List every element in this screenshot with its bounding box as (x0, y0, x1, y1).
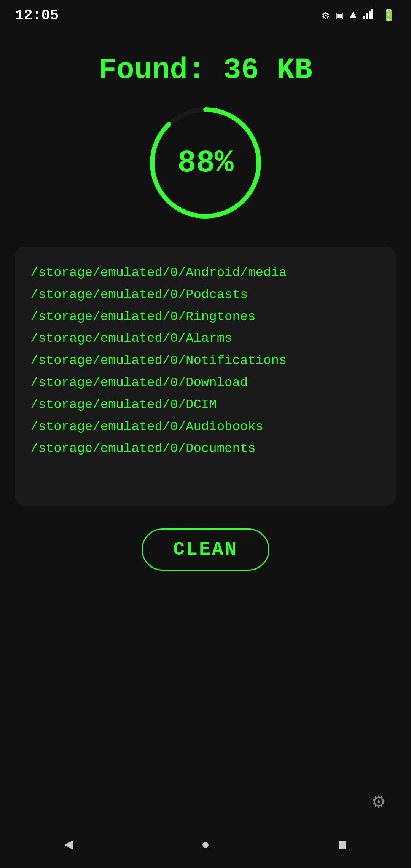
main-content: Found: 36 KB 88% /storage/emulated/0/And… (0, 30, 411, 586)
svg-rect-2 (369, 11, 371, 19)
nav-bar: ◄ ● ■ (0, 822, 411, 868)
svg-rect-1 (366, 13, 368, 19)
back-button[interactable]: ◄ (64, 837, 73, 854)
status-icons: ⚙ ▣ ▲ 🔋 (322, 8, 396, 23)
recents-button[interactable]: ■ (338, 837, 347, 854)
signal-icon (363, 8, 375, 23)
clean-button[interactable]: CLEAN (142, 528, 269, 571)
status-time: 12:05 (15, 7, 59, 24)
found-text: Found: 36 KB (99, 53, 312, 87)
settings-gear-icon: ⚙ (373, 789, 385, 814)
progress-circle: 88% (145, 102, 266, 224)
svg-rect-3 (371, 9, 373, 19)
percentage-text: 88% (177, 145, 234, 181)
file-paths-text: /storage/emulated/0/Android/media /stora… (30, 262, 381, 460)
file-list-box: /storage/emulated/0/Android/media /stora… (15, 247, 396, 506)
battery-icon: 🔋 (382, 8, 396, 22)
home-button[interactable]: ● (201, 838, 210, 853)
settings-button[interactable]: ⚙ (365, 788, 392, 815)
wifi-icon: ▲ (350, 9, 357, 22)
sim-icon: ▣ (336, 8, 343, 22)
svg-rect-0 (363, 16, 365, 19)
settings-status-icon: ⚙ (322, 8, 329, 22)
status-bar: 12:05 ⚙ ▣ ▲ 🔋 (0, 0, 411, 30)
